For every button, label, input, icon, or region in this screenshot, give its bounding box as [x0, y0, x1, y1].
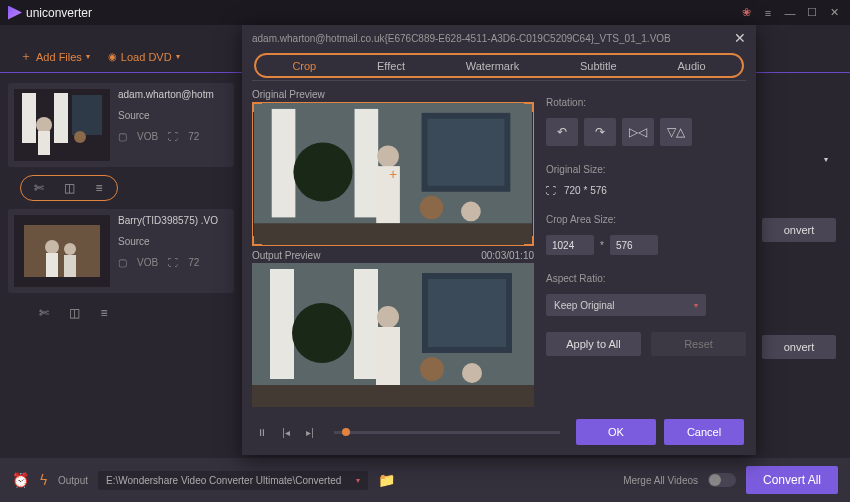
crop-center-icon[interactable]: + [387, 168, 399, 180]
tab-effect[interactable]: Effect [377, 54, 405, 78]
next-frame-button[interactable]: ▸| [302, 424, 318, 440]
file-card[interactable]: adam.wharton@hotm Source ▢ VOB ⛶ 72 [8, 83, 234, 167]
load-dvd-label: Load DVD [121, 51, 172, 63]
crop-settings: Rotation: ↶ ↷ ▷◁ ▽△ Original Size: ⛶ 720… [546, 87, 746, 409]
effects-icon[interactable]: ≡ [96, 305, 112, 321]
file-list: adam.wharton@hotm Source ▢ VOB ⛶ 72 ✄ ◫ … [0, 73, 242, 458]
svg-point-29 [292, 303, 352, 363]
tab-crop[interactable]: Crop [292, 54, 316, 78]
flip-vertical-button[interactable]: ▽△ [660, 118, 692, 146]
file-format: VOB [137, 257, 158, 268]
gpu-icon[interactable]: ϟ [39, 472, 48, 488]
svg-point-32 [420, 357, 444, 381]
prev-frame-button[interactable]: |◂ [278, 424, 294, 440]
gift-icon[interactable]: ❀ [738, 5, 754, 21]
rotate-right-button[interactable]: ↷ [584, 118, 616, 146]
chevron-down-icon: ▾ [86, 52, 90, 61]
trim-icon[interactable]: ✄ [36, 305, 52, 321]
editor-panel: adam.wharton@hotmail.co.uk{E676C889-E628… [242, 25, 756, 455]
trim-icon[interactable]: ✄ [31, 180, 47, 196]
brand-logo-icon [8, 6, 22, 20]
close-icon[interactable]: ✕ [826, 5, 842, 21]
svg-rect-23 [254, 223, 532, 245]
output-label: Output [58, 475, 88, 486]
film-icon: ▢ [118, 131, 127, 142]
chevron-down-icon: ▾ [176, 52, 180, 61]
menu-icon[interactable]: ≡ [760, 5, 776, 21]
merge-toggle[interactable] [708, 473, 736, 487]
svg-rect-3 [22, 93, 36, 143]
svg-rect-31 [376, 327, 400, 385]
original-preview[interactable]: + [252, 102, 534, 246]
apply-all-button[interactable]: Apply to All [546, 332, 641, 356]
flip-horizontal-button[interactable]: ▷◁ [622, 118, 654, 146]
crop-size-label: Crop Area Size: [546, 214, 746, 225]
svg-point-30 [377, 306, 399, 328]
svg-point-21 [420, 196, 444, 220]
file-res: 72 [188, 131, 199, 142]
tab-subtitle[interactable]: Subtitle [580, 54, 617, 78]
aspect-ratio-label: Aspect Ratio: [546, 273, 746, 284]
source-label: Source [118, 110, 228, 121]
edit-tools: ✄ ◫ ≡ [26, 301, 234, 325]
load-dvd-button[interactable]: ◉ Load DVD ▾ [108, 51, 180, 63]
rotate-left-button[interactable]: ↶ [546, 118, 578, 146]
maximize-icon[interactable]: ☐ [804, 5, 820, 21]
output-preview [252, 263, 534, 407]
svg-rect-5 [38, 131, 50, 155]
svg-rect-16 [355, 109, 379, 217]
pause-button[interactable]: ⏸ [254, 424, 270, 440]
svg-rect-28 [270, 269, 294, 379]
rotation-label: Rotation: [546, 97, 746, 108]
tab-watermark[interactable]: Watermark [466, 54, 519, 78]
close-editor-icon[interactable]: ✕ [734, 30, 746, 46]
output-format-dropdown[interactable]: ▾ [824, 155, 828, 164]
svg-point-33 [462, 363, 482, 383]
svg-point-19 [377, 145, 399, 167]
convert-all-button[interactable]: Convert All [746, 466, 838, 494]
effects-icon[interactable]: ≡ [91, 180, 107, 196]
original-preview-label: Original Preview [252, 89, 325, 100]
brand: uniconverter [8, 6, 92, 20]
cancel-button[interactable]: Cancel [664, 419, 744, 445]
aspect-ratio-select[interactable]: Keep Original ▾ [546, 294, 706, 316]
file-format: VOB [137, 131, 158, 142]
file-card[interactable]: Barry(TID398575) .VO Source ▢ VOB ⛶ 72 [8, 209, 234, 293]
file-name: Barry(TID398575) .VO [118, 215, 228, 226]
original-size-value: 720 * 576 [564, 185, 607, 196]
brand-name: uniconverter [26, 6, 92, 20]
svg-point-18 [293, 142, 352, 201]
convert-button[interactable]: onvert [762, 335, 836, 359]
crop-icon[interactable]: ◫ [61, 180, 77, 196]
svg-rect-27 [354, 269, 378, 379]
convert-button[interactable]: onvert [762, 218, 836, 242]
add-files-label: Add Files [36, 51, 82, 63]
output-path-field[interactable]: E:\Wondershare Video Converter Ultimate\… [98, 471, 368, 490]
editor-footer: ⏸ |◂ ▸| OK Cancel [242, 409, 756, 455]
file-thumbnail [14, 89, 110, 161]
expand-icon: ⛶ [546, 185, 556, 196]
minimize-icon[interactable]: — [782, 5, 798, 21]
crop-height-input[interactable]: 576 [610, 235, 658, 255]
svg-rect-1 [72, 95, 102, 135]
crop-icon[interactable]: ◫ [66, 305, 82, 321]
preview-time: 00:03/01:10 [481, 250, 534, 261]
clock-icon[interactable]: ⏰ [12, 472, 29, 488]
folder-icon[interactable]: 📁 [378, 472, 395, 488]
svg-rect-26 [428, 279, 506, 347]
tab-audio[interactable]: Audio [677, 54, 705, 78]
timeline-slider[interactable] [334, 431, 560, 434]
output-preview-label: Output Preview [252, 250, 320, 261]
file-res: 72 [188, 257, 199, 268]
editor-filename: adam.wharton@hotmail.co.uk{E676C889-E628… [252, 33, 671, 44]
chevron-down-icon: ▾ [356, 476, 360, 485]
window-controls: ❀ ≡ — ☐ ✕ [738, 5, 842, 21]
crop-width-input[interactable]: 1024 [546, 235, 594, 255]
reset-button[interactable]: Reset [651, 332, 746, 356]
film-icon: ▢ [118, 257, 127, 268]
svg-point-9 [45, 240, 59, 254]
original-size-label: Original Size: [546, 164, 746, 175]
svg-rect-2 [54, 93, 68, 143]
ok-button[interactable]: OK [576, 419, 656, 445]
add-files-button[interactable]: ＋ Add Files ▾ [20, 48, 90, 65]
